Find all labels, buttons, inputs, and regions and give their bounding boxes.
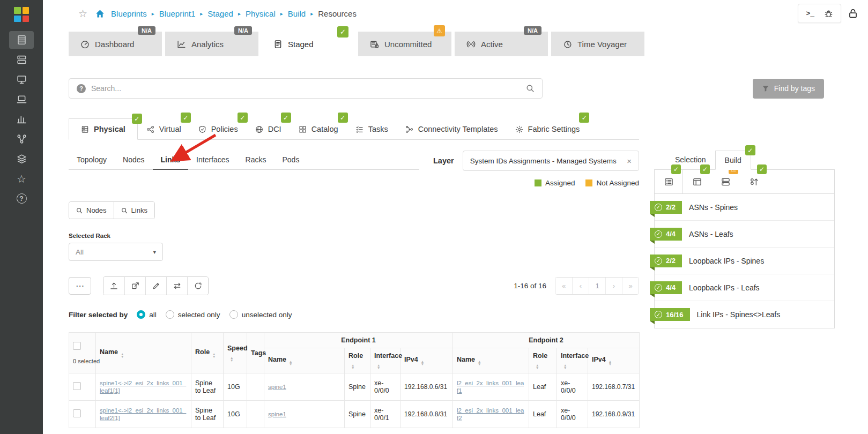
filter-option-selected-only[interactable]: selected only <box>166 310 220 319</box>
column-header-ep2-interface[interactable]: Interface <box>557 348 588 373</box>
links-query-button[interactable]: Links <box>114 202 154 219</box>
row-checkbox[interactable] <box>73 409 81 417</box>
subtab-topology[interactable]: Topology <box>69 151 115 169</box>
sidebar-item-blueprints[interactable] <box>9 31 34 49</box>
breadcrumb-link-staged[interactable]: Staged <box>207 9 233 18</box>
select-all-checkbox[interactable] <box>73 342 81 350</box>
column-header-ep1-name[interactable]: Name <box>264 348 345 373</box>
column-header-name[interactable]: Name <box>96 333 191 373</box>
tab-connectivity-templates[interactable]: Connectivity Templates <box>397 119 507 139</box>
nodes-query-button[interactable]: Nodes <box>69 202 114 219</box>
tab-tasks[interactable]: Tasks <box>347 119 397 139</box>
left-column: Topology Nodes Links Interfaces Racks Po… <box>69 151 639 428</box>
next-page-button[interactable]: › <box>605 278 622 294</box>
section-tabs: Physical Virtual Policies DCI <box>69 118 639 140</box>
more-actions-button[interactable] <box>69 277 91 295</box>
subtab-interfaces[interactable]: Interfaces <box>188 151 237 169</box>
build-status-item[interactable]: 2/2 ASNs - Spines <box>655 194 834 221</box>
favorite-star-icon[interactable] <box>78 8 87 20</box>
column-header-ep1-ipv4[interactable]: IPv4 <box>400 348 453 373</box>
last-page-button[interactable]: » <box>622 278 639 294</box>
tab-fabric-settings[interactable]: Fabric Settings <box>507 119 589 139</box>
apstra-logo[interactable] <box>14 7 29 22</box>
layer-select[interactable]: System IDs Assignments - Managed Systems <box>463 151 639 171</box>
filter-option-unselected-only[interactable]: unselected only <box>229 310 292 319</box>
breadcrumb-link-blueprints[interactable]: Blueprints <box>111 9 147 18</box>
sidebar-item-favorites[interactable] <box>9 170 34 188</box>
sidebar-item-services[interactable] <box>9 71 34 88</box>
column-header-ep2-role[interactable]: Role <box>529 348 557 373</box>
sidebar-item-design[interactable] <box>9 130 34 148</box>
build-status-item[interactable]: 4/4 ASNs - Leafs <box>655 221 834 248</box>
endpoint1-name-link[interactable]: spine1 <box>268 384 286 390</box>
tab-dci[interactable]: DCI <box>247 119 290 139</box>
tab-physical[interactable]: Physical <box>69 118 138 140</box>
subtab-links[interactable]: Links <box>153 151 189 170</box>
subtab-pods[interactable]: Pods <box>274 151 307 169</box>
select-all-header[interactable]: 0 selected <box>69 333 96 373</box>
build-view-virtual-networks[interactable] <box>683 170 711 193</box>
search-input[interactable] <box>91 84 521 93</box>
column-header-role[interactable]: Role <box>191 333 224 373</box>
breadcrumb-link-blueprint1[interactable]: Blueprint1 <box>159 9 196 18</box>
column-header-ep2-name[interactable]: Name <box>453 348 529 373</box>
tab-build[interactable]: Build <box>715 151 751 170</box>
clear-icon[interactable] <box>627 156 632 166</box>
link-name[interactable]: spine1<->l2_esi_2x_links_001_leaf2[1] <box>100 407 186 421</box>
sidebar-item-devices[interactable] <box>9 51 34 69</box>
selected-rack-select[interactable]: All <box>69 243 163 261</box>
row-checkbox[interactable] <box>73 382 81 390</box>
link-name[interactable]: spine1<->l2_esi_2x_links_001_leaf1[1] <box>100 380 186 394</box>
refresh-button[interactable] <box>187 277 208 295</box>
legend-assigned: Assigned <box>535 179 575 187</box>
tab-time-voyager[interactable]: Time Voyager <box>551 32 644 56</box>
cell-ep2-interface: xe-0/0/0 <box>557 401 588 428</box>
build-view-devices[interactable] <box>711 170 740 193</box>
build-status-item[interactable]: 2/2 Loopback IPs - Spines <box>655 248 834 274</box>
filter-option-all[interactable]: all <box>137 310 157 319</box>
build-status-item[interactable]: 16/16 Link IPs - Spines<>Leafs <box>655 301 834 328</box>
chevron-right-icon <box>238 11 241 17</box>
prev-page-button[interactable]: ‹ <box>572 278 589 294</box>
tab-analytics[interactable]: Analytics N/A <box>165 32 258 56</box>
column-header-ep2-ipv4[interactable]: IPv4 <box>588 348 640 373</box>
tab-active[interactable]: Active N/A <box>455 32 548 56</box>
sidebar-item-help[interactable] <box>9 190 34 207</box>
tab-staged[interactable]: Staged <box>262 32 355 56</box>
terminal-icon[interactable] <box>806 10 814 18</box>
build-status-item[interactable]: 4/4 Loopback IPs - Leafs <box>655 274 834 301</box>
page-number-button[interactable]: 1 <box>589 278 605 294</box>
tab-policies[interactable]: Policies <box>190 119 247 139</box>
subtab-racks[interactable]: Racks <box>238 151 275 169</box>
breadcrumb-link-build[interactable]: Build <box>288 9 306 18</box>
first-page-button[interactable]: « <box>555 278 572 294</box>
tab-dashboard[interactable]: Dashboard N/A <box>69 32 162 56</box>
build-view-resources[interactable] <box>655 170 683 193</box>
bug-icon[interactable] <box>824 9 833 18</box>
sidebar-item-resources[interactable] <box>9 150 34 168</box>
endpoint2-name-link[interactable]: l2_esi_2x_links_001_leaf1 <box>457 380 524 394</box>
search-icon[interactable] <box>526 84 535 93</box>
status-count: 4/4 <box>666 283 676 291</box>
sidebar-item-platform[interactable] <box>9 91 34 108</box>
export-button[interactable] <box>124 277 145 295</box>
find-by-tags-button[interactable]: Find by tags <box>753 79 824 99</box>
tab-uncommitted[interactable]: Uncommitted <box>358 32 451 56</box>
swap-button[interactable] <box>166 277 187 295</box>
home-icon[interactable] <box>95 9 105 18</box>
column-header-ep1-interface[interactable]: Interface <box>370 348 400 373</box>
build-view-config[interactable] <box>740 170 768 193</box>
edit-button[interactable] <box>145 277 166 295</box>
subtab-nodes[interactable]: Nodes <box>115 151 152 169</box>
sidebar-item-analytics[interactable] <box>9 110 34 128</box>
import-button[interactable] <box>103 277 124 295</box>
column-header-speed[interactable]: Speed <box>224 333 247 373</box>
tab-virtual[interactable]: Virtual <box>138 119 190 139</box>
line-chart-icon <box>177 40 186 49</box>
endpoint1-name-link[interactable]: spine1 <box>268 411 286 417</box>
endpoint2-name-link[interactable]: l2_esi_2x_links_001_leaf2 <box>457 407 524 421</box>
column-header-ep1-role[interactable]: Role <box>345 348 370 373</box>
lock-icon[interactable] <box>848 8 858 19</box>
breadcrumb-link-physical[interactable]: Physical <box>246 9 276 18</box>
tab-catalog[interactable]: Catalog <box>290 119 347 139</box>
